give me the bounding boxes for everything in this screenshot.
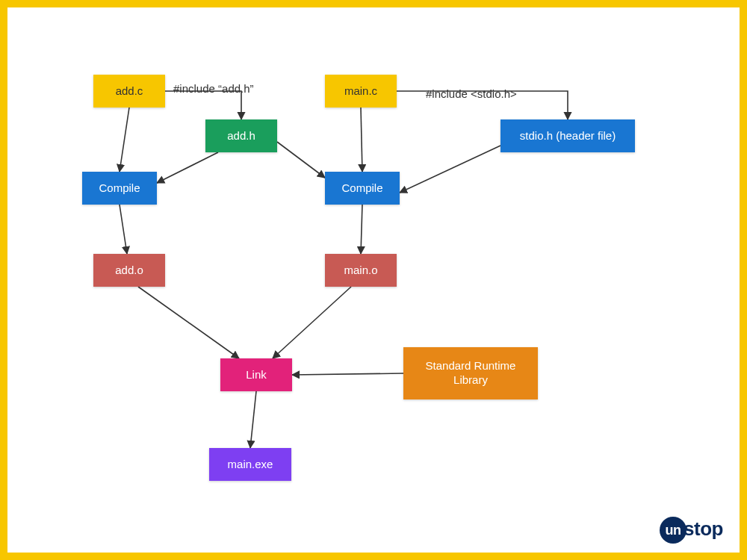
arrow-link-to-mainexe bbox=[250, 391, 256, 448]
node-stdio-h: stdio.h (header file) bbox=[500, 119, 635, 152]
diagram-frame: add.c main.c add.h stdio.h (header file)… bbox=[0, 0, 747, 560]
node-label: main.exe bbox=[228, 458, 273, 472]
node-add-o: add.o bbox=[93, 254, 165, 287]
node-label: main.o bbox=[344, 264, 377, 278]
node-main-exe: main.exe bbox=[209, 448, 291, 481]
node-label: add.h bbox=[227, 129, 255, 143]
logo-unstop: unstop bbox=[660, 517, 723, 544]
logo-circle: un bbox=[660, 517, 686, 544]
arrow-compilea-to-addo bbox=[120, 205, 127, 254]
node-label: add.c bbox=[116, 84, 143, 99]
arrow-addo-to-link bbox=[138, 287, 239, 358]
arrow-addh-to-compilea bbox=[157, 152, 218, 183]
label-include-addh: #include “add.h” bbox=[173, 82, 254, 95]
arrow-mainc-to-compile bbox=[361, 108, 362, 172]
node-label: Link bbox=[246, 368, 267, 382]
node-runtime: Standard Runtime Library bbox=[403, 347, 538, 399]
arrow-addc-to-compile bbox=[120, 108, 129, 172]
arrow-stdioh-to-compilem bbox=[400, 146, 500, 193]
node-label: Compile bbox=[341, 181, 382, 196]
node-label: stdio.h (header file) bbox=[520, 129, 616, 143]
node-add-h: add.h bbox=[205, 119, 277, 152]
arrow-runtime-to-link bbox=[292, 373, 403, 375]
arrow-maino-to-link bbox=[273, 287, 351, 358]
arrow-addc-to-addh bbox=[165, 91, 241, 119]
node-main-c: main.c bbox=[325, 75, 397, 108]
node-link: Link bbox=[220, 358, 292, 391]
node-main-o: main.o bbox=[325, 254, 397, 287]
arrow-addh-to-compilem bbox=[277, 142, 325, 178]
logo-rest: stop bbox=[684, 517, 723, 540]
label-include-stdioh: #include <stdio.h> bbox=[426, 87, 517, 100]
node-label: Compile bbox=[99, 181, 140, 196]
node-compile-m: Compile bbox=[325, 172, 400, 205]
arrow-compilem-to-maino bbox=[361, 205, 362, 254]
node-label: add.o bbox=[115, 264, 143, 278]
node-label: main.c bbox=[344, 84, 377, 99]
node-label: Standard Runtime Library bbox=[408, 359, 533, 388]
node-compile-a: Compile bbox=[82, 172, 157, 205]
node-add-c: add.c bbox=[93, 75, 165, 108]
